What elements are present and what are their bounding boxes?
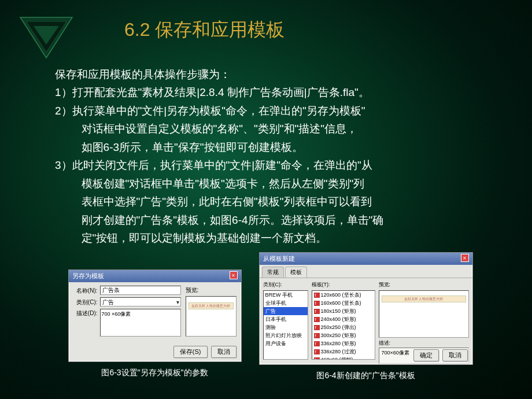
step-3-line5: 定"按钮，即可以定制模板为基础创建一个新文档。 bbox=[55, 230, 486, 246]
flash-file-icon bbox=[314, 301, 320, 306]
list-item[interactable]: 120x600 (坚长条) bbox=[312, 291, 375, 299]
list-item[interactable]: 240x400 (矩形) bbox=[312, 315, 375, 323]
list-item[interactable]: 336x280 (矩形) bbox=[312, 339, 375, 348]
preview-banner: 友好关怀 人性的瑰艺大师 bbox=[189, 302, 234, 309]
templates-label: 模板(T): bbox=[312, 281, 375, 289]
figure-6-4-caption: 图6-4新创建的"广告条"模板 bbox=[316, 370, 415, 382]
cancel-button[interactable]: 取消 bbox=[211, 346, 237, 358]
preview-banner: 友好关怀 人性的瑰艺大师 bbox=[382, 295, 466, 302]
list-item-label: 250x250 (弹出) bbox=[321, 324, 356, 330]
step-1: 1）打开配套光盘"素材及结果|2.8.4 制作广告条动画|广告条.fla"。 bbox=[55, 84, 486, 101]
step-2-line2: 对话框中设置自定义模板的"名称"、"类别"和"描述"信息， bbox=[55, 120, 486, 137]
templates-listbox[interactable]: 120x600 (坚长条)160x600 (竖长条)180x150 (矩形)24… bbox=[312, 290, 375, 360]
dialog-title-text: 从模板新建 bbox=[263, 254, 295, 264]
flash-file-icon bbox=[314, 309, 320, 314]
save-as-template-dialog: 另存为模板 × 名称(N): 广告条 类别(C): 广告 bbox=[68, 269, 242, 362]
step-3-line2: 模板创建"对话框中单击"模板"选项卡，然后从左侧"类别"列 bbox=[55, 175, 486, 192]
list-item-label: 336x280 (矩形) bbox=[321, 341, 356, 346]
flash-file-icon bbox=[314, 349, 320, 354]
flash-file-icon bbox=[314, 357, 320, 360]
ok-button[interactable]: 确定 bbox=[413, 349, 439, 361]
list-item[interactable]: 测验 bbox=[264, 323, 308, 331]
tab-general[interactable]: 常规 bbox=[262, 267, 284, 278]
intro-line: 保存和应用模板的具体操作步骤为： bbox=[55, 66, 486, 83]
list-item-label: 468x60 (横幅) bbox=[321, 357, 353, 360]
preview-box: 友好关怀 人性的瑰艺大师 bbox=[186, 296, 237, 337]
step-3-line1: 3）此时关闭文件后，执行菜单中的"文件|新建"命令，在弹出的"从 bbox=[55, 157, 486, 173]
save-button[interactable]: 保存(S) bbox=[173, 346, 208, 358]
list-item[interactable]: 用户设备 bbox=[264, 339, 308, 348]
flash-file-icon bbox=[314, 341, 320, 346]
dialog-titlebar: 另存为模板 × bbox=[69, 270, 241, 282]
list-item-label: 160x600 (竖长条) bbox=[321, 300, 361, 306]
list-item[interactable]: 336x280 (过渡) bbox=[312, 348, 375, 356]
category-label: 类别(C): bbox=[73, 298, 98, 307]
cancel-button[interactable]: 取消 bbox=[442, 349, 468, 361]
list-item-label: 300x250 (矩形) bbox=[321, 332, 356, 338]
new-from-template-dialog: 从模板新建 × 常规 模板 类别(C): BREW 手机全球手机广告日本手机测验… bbox=[259, 252, 473, 365]
category-label: 类别(C): bbox=[263, 281, 308, 289]
list-item[interactable]: 250x250 (弹出) bbox=[312, 323, 375, 331]
close-icon[interactable]: × bbox=[461, 254, 469, 262]
list-item[interactable]: 全球手机 bbox=[264, 299, 308, 307]
flash-file-icon bbox=[314, 317, 320, 322]
close-icon[interactable]: × bbox=[230, 271, 238, 279]
category-listbox[interactable]: BREW 手机全球手机广告日本手机测验照片幻灯片放映用户设备 bbox=[263, 290, 308, 360]
tab-templates[interactable]: 模板 bbox=[285, 267, 307, 278]
list-item-label: 336x280 (过渡) bbox=[321, 349, 356, 354]
step-3-line3: 表框中选择"广告"类别，此时在右侧"模板"列表框中可以看到 bbox=[55, 193, 486, 210]
flash-file-icon bbox=[314, 325, 320, 330]
dialog-titlebar: 从模板新建 × bbox=[260, 253, 472, 265]
list-item[interactable]: 照片幻灯片放映 bbox=[264, 331, 308, 339]
preview-label: 预览: bbox=[379, 281, 469, 289]
list-item[interactable]: 广告 bbox=[264, 307, 308, 315]
name-input[interactable]: 广告条 bbox=[100, 286, 181, 295]
preview-label: 预览: bbox=[186, 286, 237, 295]
list-item[interactable]: BREW 手机 bbox=[264, 291, 308, 299]
description-label: 描述(D): bbox=[73, 309, 98, 318]
list-item-label: 120x600 (坚长条) bbox=[321, 292, 361, 298]
category-select[interactable]: 广告 bbox=[100, 297, 181, 306]
preview-box: 友好关怀 人性的瑰艺大师 bbox=[379, 290, 469, 338]
list-item[interactable]: 160x600 (竖长条) bbox=[312, 299, 375, 307]
body-text: 保存和应用模板的具体操作步骤为： 1）打开配套光盘"素材及结果|2.8.4 制作… bbox=[0, 43, 532, 382]
decorative-triangle bbox=[12, 9, 81, 66]
step-2-line3: 如图6-3所示，单击"保存"按钮即可创建模板。 bbox=[55, 139, 486, 156]
list-item[interactable]: 日本手机 bbox=[264, 315, 308, 323]
step-3-line4: 刚才创建的"广告条"模板，如图6-4所示。选择该项后，单击"确 bbox=[55, 212, 486, 228]
dialog-title-text: 另存为模板 bbox=[72, 271, 104, 281]
list-item[interactable]: 300x250 (矩形) bbox=[312, 331, 375, 339]
description-textarea[interactable]: 700 ×60像素 bbox=[100, 309, 181, 337]
list-item-label: 240x400 (矩形) bbox=[321, 316, 356, 322]
description-label: 描述: bbox=[379, 339, 469, 348]
flash-file-icon bbox=[314, 293, 320, 298]
flash-file-icon bbox=[314, 333, 320, 338]
figure-6-3-caption: 图6-3设置"另存为模板"的参数 bbox=[101, 367, 208, 379]
list-item-label: 180x150 (矩形) bbox=[321, 308, 356, 314]
name-label: 名称(N): bbox=[73, 286, 98, 295]
list-item[interactable]: 468x60 (横幅) bbox=[312, 356, 375, 360]
step-2-line1: 2）执行菜单中的"文件|另存为模板"命令，在弹出的"另存为模板" bbox=[55, 102, 486, 119]
list-item[interactable]: 180x150 (矩形) bbox=[312, 307, 375, 315]
